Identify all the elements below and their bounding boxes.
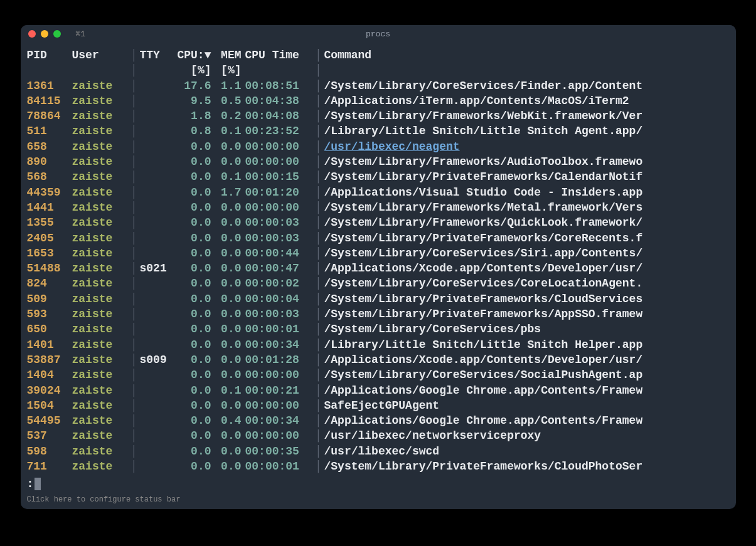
cell-tty [140,139,176,154]
cell-command: /System/Library/CoreServices/pbs [324,322,730,337]
process-row[interactable]: 39024zaiste│0.00.100:00:21│/Applications… [27,383,730,398]
cell-user: zaiste [72,337,129,352]
maximize-button[interactable] [53,30,61,38]
col-separator: │ [313,108,324,123]
cell-mem: 0.1 [215,383,245,398]
cell-user: zaiste [72,169,129,184]
cell-time: 00:00:01 [245,459,313,474]
process-row[interactable]: 658zaiste│0.00.000:00:00│/usr/libexec/ne… [27,139,730,154]
col-separator: │ [129,383,140,398]
col-separator: │ [129,337,140,352]
terminal-content[interactable]: PID User │ TTY CPU:▼ MEM CPU Time │ Comm… [21,43,736,476]
col-separator: │ [129,93,140,108]
col-separator: │ [313,154,324,169]
cell-cpu: 0.0 [176,154,215,169]
cell-pid: 1404 [27,367,72,382]
close-button[interactable] [28,30,36,38]
cell-command: /Applications/Xcode.app/Contents/Develop… [324,261,730,276]
process-row[interactable]: 1441zaiste│0.00.000:00:00│/System/Librar… [27,200,730,215]
cell-mem: 0.0 [215,444,245,459]
process-row[interactable]: 1653zaiste│0.00.000:00:44│/System/Librar… [27,246,730,261]
col-separator: │ [313,291,324,307]
cell-cpu: 0.0 [176,185,215,200]
col-separator: │ [313,48,324,63]
process-row[interactable]: 54495zaiste│0.00.400:00:34│/Applications… [27,413,730,428]
minimize-button[interactable] [41,30,48,38]
process-row[interactable]: 1361zaiste│17.61.100:08:51│/System/Libra… [27,78,730,93]
command-link[interactable]: /usr/libexec/neagent [324,140,460,153]
cell-pid: 824 [27,276,72,291]
process-row[interactable]: 2405zaiste│0.00.000:00:03│/System/Librar… [27,231,730,246]
cell-tty [140,383,176,398]
cell-time: 00:00:00 [245,200,313,215]
process-row[interactable]: 824zaiste│0.00.000:00:02│/System/Library… [27,276,730,291]
header-cputime[interactable]: CPU Time [245,48,313,63]
cell-mem: 0.2 [215,108,245,123]
header-cpu[interactable]: CPU:▼ [176,48,215,63]
header-user[interactable]: User [72,48,129,63]
cell-pid: 44359 [27,185,72,200]
header-command[interactable]: Command [324,48,730,63]
process-row[interactable]: 1401zaiste│0.00.000:00:34│/Library/Littl… [27,337,730,352]
cell-user: zaiste [72,185,129,200]
cell-time: 00:00:00 [245,139,313,154]
cell-pid: 650 [27,322,72,337]
cell-command: /usr/libexec/neagent [324,139,730,154]
cell-cpu: 0.0 [176,276,215,291]
cell-mem: 0.0 [215,215,245,230]
cell-time: 00:00:35 [245,444,313,459]
cell-time: 00:00:01 [245,322,313,337]
cell-mem: 0.0 [215,307,245,322]
header-mem[interactable]: MEM [215,48,245,63]
cell-tty: s021 [140,261,176,276]
process-row[interactable]: 711zaiste│0.00.000:00:01│/System/Library… [27,459,730,474]
process-row[interactable]: 51488zaiste│s0210.00.000:00:47│/Applicat… [27,261,730,276]
col-separator: │ [313,231,324,246]
col-separator: │ [313,459,324,474]
cell-cpu: 0.0 [176,169,215,184]
col-separator: │ [129,154,140,169]
col-separator: │ [129,352,140,367]
command-prompt[interactable]: : [21,476,736,493]
cell-cpu: 0.0 [176,200,215,215]
cell-command: /System/Library/Frameworks/QuickLook.fra… [324,215,730,230]
col-separator: │ [313,444,324,459]
process-row[interactable]: 568zaiste│0.00.100:00:15│/System/Library… [27,169,730,184]
process-row[interactable]: 511zaiste│0.80.100:23:52│/Library/Little… [27,123,730,139]
cell-command: /Applications/Visual Studio Code - Insid… [324,185,730,200]
cell-cpu: 0.0 [176,413,215,428]
header-tty[interactable]: TTY [140,48,176,63]
cell-tty [140,154,176,169]
header-pid[interactable]: PID [27,48,72,63]
process-row[interactable]: 890zaiste│0.00.000:00:00│/System/Library… [27,154,730,169]
process-row[interactable]: 650zaiste│0.00.000:00:01│/System/Library… [27,322,730,337]
col-separator: │ [129,185,140,200]
process-row[interactable]: 593zaiste│0.00.000:00:03│/System/Library… [27,307,730,322]
cell-cpu: 0.0 [176,337,215,352]
process-row[interactable]: 1504zaiste│0.00.000:00:00│SafeEjectGPUAg… [27,398,730,413]
cell-command: /System/Library/Frameworks/WebKit.framew… [324,108,730,123]
cell-command: /System/Library/CoreServices/CoreLocatio… [324,276,730,291]
process-row[interactable]: 78864zaiste│1.80.200:04:08│/System/Libra… [27,108,730,123]
cell-time: 00:00:00 [245,367,313,382]
cell-mem: 0.0 [215,154,245,169]
cell-command: /System/Library/Frameworks/AudioToolbox.… [324,154,730,169]
process-row[interactable]: 598zaiste│0.00.000:00:35│/usr/libexec/sw… [27,444,730,459]
cell-mem: 0.0 [215,367,245,382]
col-separator: │ [129,215,140,230]
process-row[interactable]: 44359zaiste│0.01.700:01:20│/Applications… [27,185,730,200]
cell-tty [140,307,176,322]
process-row[interactable]: 1404zaiste│0.00.000:00:00│/System/Librar… [27,367,730,382]
cell-mem: 0.0 [215,276,245,291]
cell-pid: 598 [27,444,72,459]
cell-tty [140,200,176,215]
process-row[interactable]: 509zaiste│0.00.000:00:04│/System/Library… [27,291,730,307]
process-row[interactable]: 1355zaiste│0.00.000:00:03│/System/Librar… [27,215,730,230]
cell-cpu: 1.8 [176,108,215,123]
process-row[interactable]: 537zaiste│0.00.000:00:00│/usr/libexec/ne… [27,428,730,443]
process-row[interactable]: 84115zaiste│9.50.500:04:38│/Applications… [27,93,730,108]
process-row[interactable]: 53887zaiste│s0090.00.000:01:28│/Applicat… [27,352,730,367]
cell-user: zaiste [72,383,129,398]
status-bar[interactable]: Click here to configure status bar [21,493,736,509]
cell-pid: 78864 [27,108,72,123]
